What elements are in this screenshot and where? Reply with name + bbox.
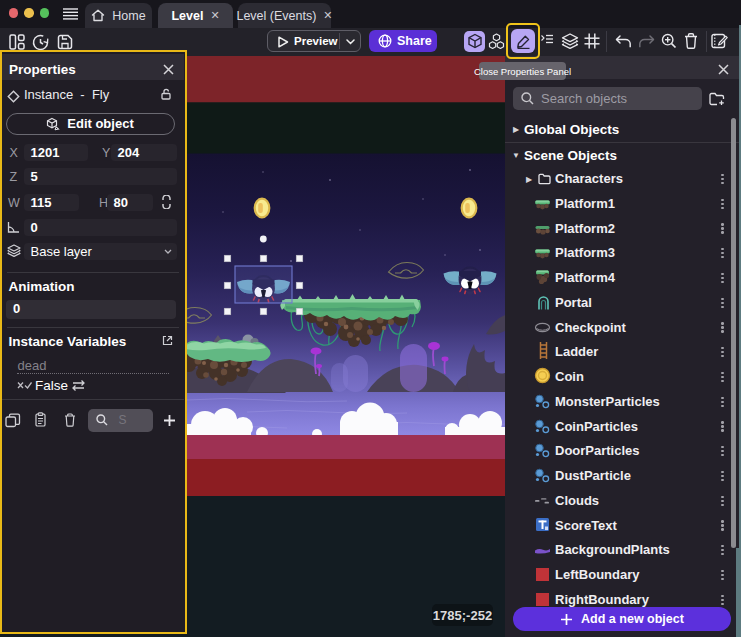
svg-text:1785;-252: 1785;-252 [433,608,492,623]
